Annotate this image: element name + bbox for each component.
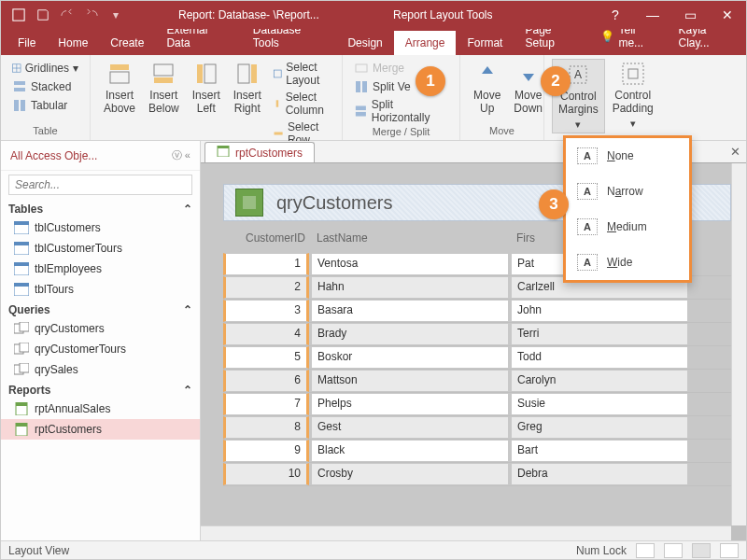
cell-firstname[interactable]: Todd [511, 346, 688, 369]
cell-lastname[interactable]: Hahn [311, 276, 509, 299]
vertical-scrollbar[interactable] [731, 163, 746, 525]
col-lastname[interactable]: LastName [311, 229, 511, 249]
cell-id[interactable]: 10 [223, 463, 309, 485]
cell-firstname[interactable]: Bart [511, 440, 688, 462]
close-icon[interactable]: ✕ [709, 1, 746, 29]
margins-none[interactable]: ANNoneone [566, 138, 689, 174]
cell-firstname[interactable]: John [511, 300, 688, 322]
insert-above-button[interactable]: Insert Above [98, 59, 141, 118]
callout-2: 2 [541, 66, 571, 96]
cell-id[interactable]: 8 [223, 416, 309, 439]
nav-group-tables[interactable]: Tables⌃ [1, 199, 200, 217]
titlebar: ▾ Report: Database- \Report... Report La… [1, 1, 746, 29]
access-app-icon[interactable] [8, 5, 29, 25]
cell-lastname[interactable]: Mattson [311, 370, 509, 392]
cell-firstname[interactable]: Susie [511, 393, 688, 415]
report-icon [14, 423, 29, 436]
doc-tab-rptcustomers[interactable]: rptCustomers [204, 142, 315, 162]
tab-home[interactable]: Home [47, 31, 99, 55]
tab-file[interactable]: File [7, 31, 47, 55]
margins-wide[interactable]: AWide [566, 245, 689, 280]
layout-view-button[interactable] [692, 543, 711, 558]
nav-item-tblcustomers[interactable]: tblCustomers [1, 217, 200, 238]
cell-lastname[interactable]: Basara [311, 300, 509, 322]
minimize-icon[interactable]: ― [634, 1, 671, 29]
cell-id[interactable]: 7 [223, 393, 309, 415]
cell-id[interactable]: 2 [223, 276, 309, 299]
nav-item-rptannualsales[interactable]: rptAnnualSales [1, 399, 200, 419]
cell-lastname[interactable]: Phelps [311, 393, 509, 415]
save-icon[interactable] [33, 5, 53, 25]
insert-left-button[interactable]: Insert Left [187, 59, 226, 118]
nav-item-qrycustomers[interactable]: qryCustomers [1, 318, 200, 339]
help-icon[interactable]: ? [597, 1, 634, 29]
cell-id[interactable]: 5 [223, 346, 309, 369]
cell-lastname[interactable]: Crosby [311, 463, 509, 485]
cell-id[interactable]: 4 [223, 323, 309, 345]
svg-rect-33 [14, 262, 29, 266]
nav-group-reports[interactable]: Reports⌃ [1, 380, 200, 399]
nav-item-qrycustomertours[interactable]: qryCustomerTours [1, 339, 200, 359]
cell-id[interactable]: 6 [223, 370, 309, 392]
cell-lastname[interactable]: Ventosa [311, 253, 509, 275]
ribbon-tabs: File Home Create External Data Database … [1, 29, 746, 55]
a-icon: A [577, 218, 598, 235]
select-column-button[interactable]: Select Column [269, 89, 334, 119]
cell-firstname[interactable]: Terri [511, 323, 688, 345]
cell-id[interactable]: 3 [223, 300, 309, 322]
tabular-button[interactable]: Tabular [8, 96, 82, 115]
select-layout-button[interactable]: Select Layout [269, 59, 334, 89]
cell-lastname[interactable]: Boskor [311, 346, 509, 369]
nav-item-qrysales[interactable]: qrySales [1, 359, 200, 380]
nav-group-queries[interactable]: Queries⌃ [1, 300, 200, 318]
svg-rect-43 [16, 402, 27, 406]
svg-rect-39 [20, 343, 29, 352]
table-icon [14, 242, 29, 255]
restore-icon[interactable]: ▭ [671, 1, 709, 29]
svg-rect-13 [197, 64, 203, 83]
report-view-button[interactable] [636, 543, 655, 558]
gridlines-button[interactable]: Gridlines ▾ [8, 59, 82, 77]
qat-customize-icon[interactable]: ▾ [106, 5, 126, 25]
nav-item-tbltours[interactable]: tblTours [1, 279, 200, 300]
cell-firstname[interactable]: Debra [511, 463, 688, 485]
nav-item-tblcustomertours[interactable]: tblCustomerTours [1, 238, 200, 259]
margins-medium[interactable]: AMedium [566, 209, 689, 245]
report-title[interactable]: qryCustomers [276, 192, 392, 214]
svg-rect-0 [13, 9, 24, 21]
col-customerid[interactable]: CustomerID [223, 229, 311, 249]
svg-rect-15 [251, 64, 257, 83]
horizontal-scrollbar[interactable] [201, 525, 731, 540]
split-horizontally-button[interactable]: Split Horizontally [350, 96, 452, 126]
chevron-down-icon[interactable]: ⓥ « [172, 148, 190, 162]
report-icon [217, 146, 230, 160]
design-view-button[interactable] [720, 543, 739, 558]
tab-format[interactable]: Format [456, 31, 514, 55]
control-padding-button[interactable]: Control Padding ▾ [607, 59, 659, 132]
close-tab-icon[interactable]: ✕ [730, 145, 740, 159]
nav-item-tblemployees[interactable]: tblEmployees [1, 259, 200, 279]
stacked-button[interactable]: Stacked [8, 77, 82, 96]
redo-icon[interactable] [81, 5, 102, 25]
nav-header[interactable]: All Access Obje...ⓥ « [1, 141, 200, 171]
tab-design[interactable]: Design [336, 31, 393, 55]
nav-search-input[interactable] [8, 175, 192, 195]
undo-icon[interactable] [57, 5, 78, 25]
cell-lastname[interactable]: Black [311, 440, 509, 462]
nav-item-rptcustomers[interactable]: rptCustomers [1, 419, 200, 440]
cell-id[interactable]: 9 [223, 440, 309, 462]
insert-right-button[interactable]: Insert Right [228, 59, 267, 118]
cell-firstname[interactable]: Carolyn [511, 370, 688, 392]
cell-lastname[interactable]: Gest [311, 416, 509, 439]
tab-create[interactable]: Create [99, 31, 155, 55]
cell-lastname[interactable]: Brady [311, 323, 509, 345]
margins-narrow[interactable]: ANarrow [566, 174, 689, 209]
insert-below-button[interactable]: Insert Below [143, 59, 185, 118]
move-up-button[interactable]: Move Up [468, 59, 506, 118]
control-margins-menu: ANNoneone ANarrow AMedium AWide [563, 135, 692, 283]
print-preview-button[interactable] [664, 543, 683, 558]
tab-arrange[interactable]: Arrange [394, 31, 457, 55]
cell-firstname[interactable]: Greg [511, 416, 688, 439]
cell-id[interactable]: 1 [223, 253, 309, 275]
navigation-pane: All Access Obje...ⓥ « Tables⌃ tblCustome… [1, 141, 201, 540]
